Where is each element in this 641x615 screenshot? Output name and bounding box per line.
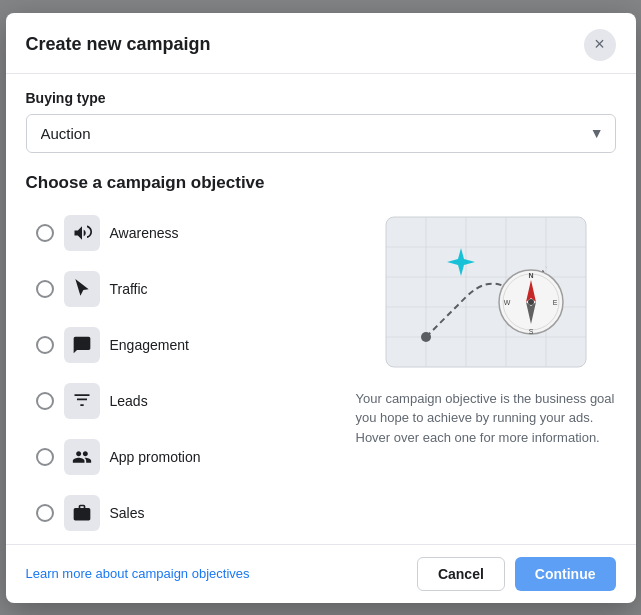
app-promotion-icon (72, 447, 92, 467)
objective-item-engagement[interactable]: Engagement (26, 319, 336, 371)
close-button[interactable]: × (584, 29, 616, 61)
traffic-label: Traffic (110, 281, 148, 297)
objective-item-awareness[interactable]: Awareness (26, 207, 336, 259)
buying-type-label: Buying type (26, 90, 616, 106)
radio-leads[interactable] (36, 392, 54, 410)
sales-icon-box (64, 495, 100, 531)
app-promotion-label: App promotion (110, 449, 201, 465)
modal-footer: Learn more about campaign objectives Can… (6, 544, 636, 603)
awareness-icon-box (64, 215, 100, 251)
engagement-icon (72, 335, 92, 355)
objective-item-app-promotion[interactable]: App promotion (26, 431, 336, 483)
content-row: Awareness Traffic (26, 207, 616, 539)
footer-buttons: Cancel Continue (417, 557, 616, 591)
svg-point-18 (421, 332, 431, 342)
traffic-icon (72, 279, 92, 299)
sales-label: Sales (110, 505, 145, 521)
leads-label: Leads (110, 393, 148, 409)
close-icon: × (594, 34, 605, 55)
map-illustration: N E S W (376, 207, 596, 377)
objective-item-traffic[interactable]: Traffic (26, 263, 336, 315)
radio-sales[interactable] (36, 504, 54, 522)
modal-header: Create new campaign × (6, 13, 636, 74)
awareness-label: Awareness (110, 225, 179, 241)
svg-point-13 (528, 299, 534, 305)
engagement-icon-box (64, 327, 100, 363)
radio-traffic[interactable] (36, 280, 54, 298)
objectives-list: Awareness Traffic (26, 207, 336, 539)
illustration-panel: N E S W Your campaign (356, 207, 616, 539)
illustration-description: Your campaign objective is the business … (356, 389, 616, 448)
radio-app-promotion[interactable] (36, 448, 54, 466)
objective-item-sales[interactable]: Sales (26, 487, 336, 539)
awareness-icon (72, 223, 92, 243)
sales-icon (72, 503, 92, 523)
buying-type-select[interactable]: Auction Reservation (26, 114, 616, 153)
section-title: Choose a campaign objective (26, 173, 616, 193)
traffic-icon-box (64, 271, 100, 307)
modal-overlay: Create new campaign × Buying type Auctio… (0, 0, 641, 615)
modal-body: Buying type Auction Reservation ▼ Choose… (6, 74, 636, 544)
svg-text:S: S (528, 328, 533, 335)
learn-more-link[interactable]: Learn more about campaign objectives (26, 566, 250, 581)
objective-item-leads[interactable]: Leads (26, 375, 336, 427)
continue-button[interactable]: Continue (515, 557, 616, 591)
app-promotion-icon-box (64, 439, 100, 475)
radio-awareness[interactable] (36, 224, 54, 242)
buying-type-select-wrapper: Auction Reservation ▼ (26, 114, 616, 153)
svg-text:N: N (528, 272, 533, 279)
leads-icon (72, 391, 92, 411)
create-campaign-modal: Create new campaign × Buying type Auctio… (6, 13, 636, 603)
svg-text:W: W (503, 299, 510, 306)
leads-icon-box (64, 383, 100, 419)
engagement-label: Engagement (110, 337, 189, 353)
cancel-button[interactable]: Cancel (417, 557, 505, 591)
modal-title: Create new campaign (26, 34, 211, 55)
radio-engagement[interactable] (36, 336, 54, 354)
svg-text:E: E (552, 299, 557, 306)
illustration-box: N E S W (376, 207, 596, 377)
